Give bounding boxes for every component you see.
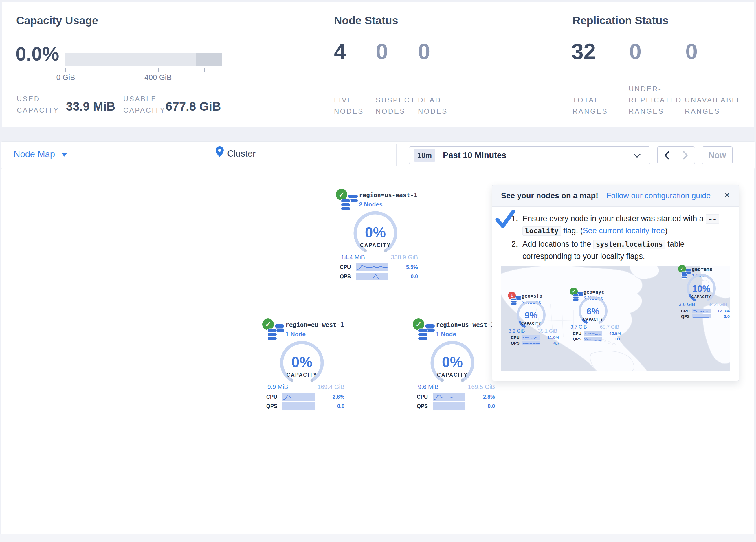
cpu-label: CPU — [340, 264, 356, 270]
nodemap-toolbar: Node Map Cluster 10m Past 10 Minutes — [1, 141, 755, 169]
region-card-eu-west-1[interactable]: ✓ region=eu-west-1 1 Node 0% CAPACITY 9.… — [261, 317, 351, 433]
qps-value: 0.0 — [465, 403, 495, 409]
total-ranges-label: TOTAL RANGES — [572, 94, 613, 117]
node-map-canvas: ✓ region=us-east-1 2 Nodes 0% CAPACITY 1… — [1, 169, 754, 534]
capacity-total-value: 338.9 GiB — [391, 253, 418, 260]
cpu-sparkline — [692, 309, 711, 313]
dead-nodes-count: 0 — [418, 39, 430, 64]
suspect-nodes-label: SUSPECT NODES — [376, 94, 422, 117]
qps-label: QPS — [266, 403, 282, 409]
capacity-label: CAPACITY — [514, 322, 548, 326]
capacity-used-value: 9.9 MiB — [267, 383, 288, 390]
example-node-map: 1 geo=sfo 2 Nodes 9% CAPACITY 3.2 GiB 35… — [501, 266, 730, 372]
database-stack-icon — [267, 324, 284, 341]
node-status-title: Node Status — [334, 14, 398, 27]
total-ranges-count: 32 — [571, 39, 596, 64]
time-next-button[interactable] — [676, 146, 695, 164]
dead-nodes-label: DEAD NODES — [418, 94, 456, 117]
time-prev-button[interactable] — [658, 146, 676, 164]
capacity-percent: 9% — [514, 311, 548, 321]
axis-tick — [65, 68, 66, 71]
cpu-label: CPU — [511, 335, 522, 340]
step-text: Add locations to the — [522, 240, 593, 248]
capacity-total-value: 169.4 GiB — [318, 383, 344, 390]
used-capacity-value: 33.9 MiB — [66, 100, 115, 113]
capacity-total-value: 35.1 GiB — [538, 328, 557, 334]
chevron-down-icon — [633, 153, 641, 158]
unavailable-ranges-count: 0 — [685, 39, 698, 64]
cpu-label: CPU — [681, 309, 692, 313]
under-replicated-ranges-count: 0 — [629, 39, 641, 64]
region-node-count: 2 Nodes — [359, 201, 383, 208]
location-pin-icon — [216, 146, 224, 157]
capacity-percent: 0% — [352, 224, 399, 241]
under-replicated-ranges-label: UNDER-REPLICATED RANGES — [629, 83, 687, 117]
cpu-sparkline — [433, 393, 465, 401]
cpu-value: 12.3% — [711, 308, 730, 313]
capacity-label: CAPACITY — [279, 372, 325, 378]
capacity-used-value: 3.2 GiB — [509, 328, 525, 334]
cpu-label: CPU — [573, 331, 584, 336]
qps-sparkline — [692, 314, 711, 319]
unavailable-ranges-label: UNAVAILABLE RANGES — [685, 94, 746, 117]
qps-value: 0.0 — [602, 337, 621, 341]
axis-tick-label: 400 GiB — [144, 73, 172, 82]
code-chip: -- — [706, 214, 719, 223]
configuration-guide-link[interactable]: Follow our configuration guide — [606, 191, 711, 200]
region-node-count: 1 Node — [436, 331, 456, 338]
live-nodes-label: LIVE NODES — [334, 94, 372, 117]
usable-capacity-value: 677.8 GiB — [166, 100, 221, 113]
capacity-usage-bar — [65, 53, 222, 66]
caret-down-icon[interactable] — [61, 152, 67, 157]
panel-title: See your nodes on a map! — [501, 191, 598, 200]
qps-value: 0.0 — [388, 274, 418, 280]
qps-label: QPS — [511, 341, 522, 346]
time-range-label: Past 10 Minutes — [443, 150, 506, 160]
capacity-used-percent: 0.0% — [16, 43, 59, 65]
view-selector-dropdown[interactable]: Node Map — [14, 149, 55, 159]
time-step-control — [657, 146, 695, 164]
toolbar-divider — [396, 144, 397, 166]
capacity-used-value: 3.6 GiB — [679, 302, 695, 308]
cpu-value: 42.5% — [602, 331, 621, 336]
region-node-count: 1 Node — [285, 331, 306, 338]
breadcrumb[interactable]: Cluster — [227, 148, 256, 159]
cpu-sparkline — [356, 263, 388, 271]
cpu-value: 2.6% — [315, 394, 344, 400]
cpu-sparkline — [584, 331, 602, 336]
region-card-us-east-1[interactable]: ✓ region=us-east-1 2 Nodes 0% CAPACITY 1… — [335, 187, 424, 304]
qps-sparkline — [356, 273, 388, 280]
cpu-sparkline — [282, 393, 315, 401]
step-text: Ensure every node in your cluster was st… — [522, 214, 706, 223]
panel-header: See your nodes on a map! Follow our conf… — [492, 185, 739, 207]
qps-label: QPS — [681, 314, 692, 319]
panel-instructions: 1. Ensure every node in your cluster was… — [511, 213, 734, 263]
now-button[interactable]: Now — [702, 146, 733, 164]
time-range-select[interactable]: 10m Past 10 Minutes — [409, 146, 650, 164]
locality-tree-link[interactable]: See current locality tree — [583, 226, 665, 235]
capacity-percent: 0% — [279, 354, 325, 371]
map-cluster-geo-ams[interactable]: ✓ geo=ams 1 Node 10% CAPACITY 3.6 GiB 34… — [676, 258, 737, 319]
capacity-percent: 10% — [684, 284, 719, 294]
map-cluster-geo-nyc[interactable]: ✓ geo=nyc 2 Nodes 6% CAPACITY 3.7 GiB 65… — [568, 281, 629, 342]
map-cluster-geo-sfo[interactable]: 1 geo=sfo 2 Nodes 9% CAPACITY 3.2 GiB 35… — [506, 285, 567, 346]
instruction-step-1: 1. Ensure every node in your cluster was… — [511, 213, 734, 237]
step-text: ) — [665, 226, 667, 235]
map-configuration-panel: See your nodes on a map! Follow our conf… — [492, 185, 739, 381]
code-chip: system.locations — [593, 240, 665, 249]
axis-tick — [204, 68, 205, 71]
qps-sparkline — [282, 403, 315, 410]
code-chip: locality — [522, 226, 561, 236]
suspect-nodes-count: 0 — [376, 39, 388, 64]
region-title: region=us-west-1 — [436, 322, 494, 328]
region-title: region=us-east-1 — [359, 192, 417, 198]
time-range-badge: 10m — [414, 149, 435, 161]
capacity-bar-reserved-segment — [196, 53, 222, 66]
step-text: flag. ( — [561, 226, 583, 235]
capacity-percent: 6% — [576, 306, 610, 317]
close-icon[interactable]: ✕ — [723, 190, 731, 201]
region-title: region=eu-west-1 — [285, 322, 344, 328]
region-card-us-west-1[interactable]: ✓ region=us-west-1 1 Node 0% CAPACITY 9.… — [412, 317, 501, 433]
cpu-value: 11.0% — [540, 335, 559, 340]
qps-sparkline — [522, 341, 540, 345]
